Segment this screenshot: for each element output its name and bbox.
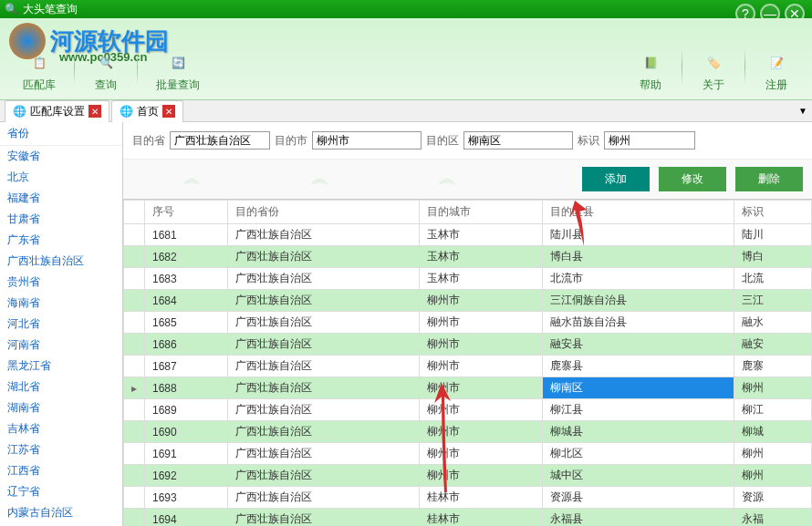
grid-cell[interactable]: 广西壮族自治区 bbox=[227, 268, 419, 290]
grid-cell[interactable]: 城中区 bbox=[542, 465, 734, 487]
grid-cell[interactable]: 1687 bbox=[145, 356, 228, 377]
sidebar-item[interactable]: 甘肃省 bbox=[0, 209, 122, 230]
grid-cell[interactable]: 广西壮族自治区 bbox=[227, 487, 419, 509]
grid-header[interactable]: 序号 bbox=[145, 201, 228, 224]
grid-cell[interactable]: 1694 bbox=[145, 509, 228, 527]
grid-cell[interactable]: 1693 bbox=[145, 487, 228, 509]
grid-cell[interactable]: 鹿寨 bbox=[734, 356, 811, 377]
grid-cell[interactable]: 柳州市 bbox=[419, 399, 542, 421]
table-row[interactable]: 1689广西壮族自治区柳州市柳江县柳江 bbox=[124, 399, 812, 421]
grid-cell[interactable]: 1686 bbox=[145, 334, 228, 356]
grid-cell[interactable]: 1684 bbox=[145, 290, 228, 312]
grid-cell[interactable]: 柳州市 bbox=[419, 356, 542, 377]
toolbar-about[interactable]: 🏷️关于 bbox=[687, 48, 740, 95]
grid-header[interactable]: 目的省份 bbox=[227, 201, 419, 224]
grid-cell[interactable]: 鹿寨县 bbox=[542, 356, 734, 377]
grid-cell[interactable]: 资源县 bbox=[542, 487, 734, 509]
grid-cell[interactable]: 柳北区 bbox=[542, 443, 734, 465]
district-input[interactable] bbox=[463, 131, 573, 150]
table-row[interactable]: 1684广西壮族自治区柳州市三江侗族自治县三江 bbox=[124, 290, 812, 312]
toolbar-help[interactable]: 📗帮助 bbox=[624, 48, 677, 95]
grid-cell[interactable]: 桂林市 bbox=[419, 509, 542, 527]
prov-input[interactable] bbox=[170, 131, 270, 150]
grid-cell[interactable]: 1682 bbox=[145, 246, 228, 268]
tab-config[interactable]: 🌐匹配库设置✕ bbox=[5, 100, 109, 122]
grid-cell[interactable]: 1685 bbox=[145, 312, 228, 334]
grid-cell[interactable]: 广西壮族自治区 bbox=[227, 224, 419, 246]
table-row[interactable]: ▸1688广西壮族自治区柳州市柳南区柳州 bbox=[124, 377, 812, 399]
sidebar-item[interactable]: 江西省 bbox=[0, 460, 122, 481]
grid-cell[interactable]: 广西壮族自治区 bbox=[227, 421, 419, 443]
sidebar-item[interactable]: 广西壮族自治区 bbox=[0, 251, 122, 272]
grid-cell[interactable]: 柳州市 bbox=[419, 421, 542, 443]
sidebar-item[interactable]: 江苏省 bbox=[0, 439, 122, 460]
grid-cell[interactable]: 博白 bbox=[734, 246, 811, 268]
table-row[interactable]: 1683广西壮族自治区玉林市北流市北流 bbox=[124, 268, 812, 290]
mark-input[interactable] bbox=[604, 131, 695, 150]
table-row[interactable]: 1685广西壮族自治区柳州市融水苗族自治县融水 bbox=[124, 312, 812, 334]
grid-cell[interactable]: 三江侗族自治县 bbox=[542, 290, 734, 312]
grid-cell[interactable]: 1681 bbox=[145, 224, 228, 246]
grid-cell[interactable]: 玉林市 bbox=[419, 246, 542, 268]
grid-cell[interactable]: 融水 bbox=[734, 312, 811, 334]
toolbar-batch[interactable]: 🔄批量查询 bbox=[142, 48, 213, 95]
grid-cell[interactable]: 广西壮族自治区 bbox=[227, 465, 419, 487]
table-row[interactable]: 1682广西壮族自治区玉林市博白县博白 bbox=[124, 246, 812, 268]
grid-cell[interactable]: 广西壮族自治区 bbox=[227, 246, 419, 268]
sidebar-item[interactable]: 海南省 bbox=[0, 293, 122, 314]
grid-cell[interactable]: 广西壮族自治区 bbox=[227, 399, 419, 421]
add-button[interactable]: 添加 bbox=[582, 167, 650, 191]
grid-cell[interactable]: 广西壮族自治区 bbox=[227, 356, 419, 377]
grid-cell[interactable]: 广西壮族自治区 bbox=[227, 312, 419, 334]
grid-cell[interactable]: 柳州市 bbox=[419, 465, 542, 487]
table-row[interactable]: 1691广西壮族自治区柳州市柳北区柳州 bbox=[124, 443, 812, 465]
grid-cell[interactable]: 广西壮族自治区 bbox=[227, 334, 419, 356]
sidebar-item[interactable]: 黑龙江省 bbox=[0, 356, 122, 376]
table-row[interactable]: 1681广西壮族自治区玉林市陆川县陆川 bbox=[124, 224, 812, 246]
grid-cell[interactable]: 柳南区 bbox=[542, 377, 734, 399]
grid-cell[interactable]: 广西壮族自治区 bbox=[227, 443, 419, 465]
grid-cell[interactable]: 柳州 bbox=[734, 377, 811, 399]
table-row[interactable]: 1686广西壮族自治区柳州市融安县融安 bbox=[124, 334, 812, 356]
sidebar-item[interactable]: 湖南省 bbox=[0, 397, 122, 418]
grid-cell[interactable]: 博白县 bbox=[542, 246, 734, 268]
grid-cell[interactable]: 永福县 bbox=[542, 509, 734, 527]
sidebar-item[interactable]: 贵州省 bbox=[0, 272, 122, 293]
grid-cell[interactable]: 桂林市 bbox=[419, 487, 542, 509]
sidebar-item[interactable]: 河北省 bbox=[0, 314, 122, 335]
close-icon[interactable]: ✕ bbox=[162, 105, 175, 118]
grid-cell[interactable]: 柳江县 bbox=[542, 399, 734, 421]
table-row[interactable]: 1692广西壮族自治区柳州市城中区柳州 bbox=[124, 465, 812, 487]
toolbar-query[interactable]: 🔍查询 bbox=[79, 48, 132, 95]
grid-cell[interactable]: 柳州市 bbox=[419, 312, 542, 334]
grid-cell[interactable]: 1688 bbox=[145, 377, 228, 399]
grid-cell[interactable]: 1690 bbox=[145, 421, 228, 443]
table-row[interactable]: 1687广西壮族自治区柳州市鹿寨县鹿寨 bbox=[124, 356, 812, 377]
sidebar-item[interactable]: 北京 bbox=[0, 167, 122, 188]
grid-cell[interactable]: 北流 bbox=[734, 268, 811, 290]
table-row[interactable]: 1694广西壮族自治区桂林市永福县永福 bbox=[124, 509, 812, 527]
tabs-menu-icon[interactable]: ▼ bbox=[798, 106, 807, 116]
grid-cell[interactable]: 广西壮族自治区 bbox=[227, 290, 419, 312]
grid-cell[interactable]: 广西壮族自治区 bbox=[227, 509, 419, 527]
grid-cell[interactable]: 陆川 bbox=[734, 224, 811, 246]
modify-button[interactable]: 修改 bbox=[659, 167, 726, 191]
sidebar-item[interactable]: 福建省 bbox=[0, 188, 122, 209]
sidebar-item[interactable]: 广东省 bbox=[0, 230, 122, 251]
grid-cell[interactable]: 1689 bbox=[145, 399, 228, 421]
sidebar-item[interactable]: 湖北省 bbox=[0, 376, 122, 397]
grid-header[interactable]: 目的城市 bbox=[419, 201, 542, 224]
grid-cell[interactable]: 柳州市 bbox=[419, 377, 542, 399]
grid-cell[interactable]: 北流市 bbox=[542, 268, 734, 290]
grid-cell[interactable]: 1691 bbox=[145, 443, 228, 465]
grid-cell[interactable]: 融安县 bbox=[542, 334, 734, 356]
delete-button[interactable]: 删除 bbox=[735, 167, 803, 191]
tab-home[interactable]: 🌐首页✕ bbox=[111, 100, 183, 122]
grid-cell[interactable]: 资源 bbox=[734, 487, 811, 509]
grid-cell[interactable]: 融水苗族自治县 bbox=[542, 312, 734, 334]
grid-cell[interactable]: 柳州市 bbox=[419, 334, 542, 356]
grid-cell[interactable]: 柳州市 bbox=[419, 290, 542, 312]
grid-cell[interactable]: 柳州市 bbox=[419, 443, 542, 465]
grid-cell[interactable]: 1692 bbox=[145, 465, 228, 487]
grid-cell[interactable]: 1683 bbox=[145, 268, 228, 290]
